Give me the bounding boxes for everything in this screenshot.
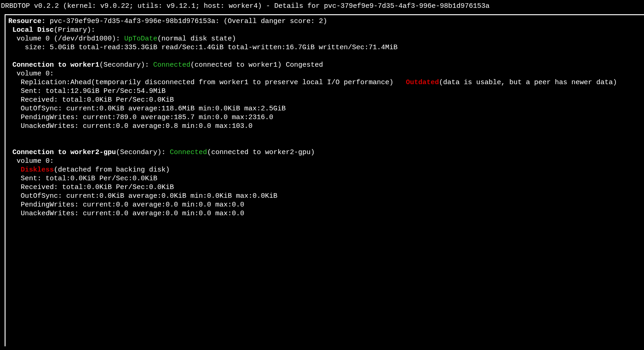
conn1-oos-text: OutOfSync: current:0.0KiB average:118.6M… xyxy=(21,105,286,113)
conn1-unacked-text: UnackedWrites: current:0.0 average:0.8 m… xyxy=(21,122,253,130)
local-stats: size: 5.0GiB total-read:335.3GiB read/Se… xyxy=(25,44,397,52)
conn1-pending-text: PendingWrites: current:789.0 average:185… xyxy=(21,114,273,121)
resource-label: Resource: xyxy=(8,17,46,25)
local-state-note: (normal disk state) xyxy=(157,35,236,43)
conn2-repl: Diskless(detached from backing disk) xyxy=(8,166,641,174)
conn2-note: (connected to worker2-gpu) xyxy=(207,149,315,156)
conn2-oos: OutOfSync: current:0.0KiB average:0.0KiB… xyxy=(8,192,641,201)
conn2-pending: PendingWrites: current:0.0 average:0.0 m… xyxy=(8,201,641,209)
content-pane[interactable]: Resource: pvc-379ef9e9-7d35-4af3-996e-98… xyxy=(0,15,644,346)
local-disc-line: Local Disc(Primary): xyxy=(8,26,641,34)
conn2-vol: volume 0: xyxy=(8,157,641,166)
conn2-pending-text: PendingWrites: current:0.0 average:0.0 m… xyxy=(21,201,244,209)
conn1-role: (Secondary): xyxy=(99,61,149,69)
local-vol-line: volume 0 (/dev/drbd1000): UpToDate(norma… xyxy=(8,34,641,43)
conn2-sent-text: Sent: total:0.0KiB Per/Sec:0.0KiB xyxy=(21,175,157,183)
blank-2 xyxy=(8,131,641,139)
resource-name: pvc-379ef9e9-7d35-4af3-996e-98b1d976153a… xyxy=(50,17,219,25)
terminal-screen: DRBDTOP v0.2.2 (kernel: v9.0.22; utils: … xyxy=(0,0,644,346)
conn1-repl: Replication:Ahead(temporarily disconnect… xyxy=(8,78,641,87)
conn1-unacked: UnackedWrites: current:0.0 average:0.8 m… xyxy=(8,122,641,131)
conn2-unacked: UnackedWrites: current:0.0 average:0.0 m… xyxy=(8,209,641,218)
conn1-repl-state: Outdated xyxy=(406,79,439,86)
local-stats-line: size: 5.0GiB total-read:335.3GiB read/Se… xyxy=(8,43,641,52)
conn1-sent: Sent: total:12.9GiB Per/Sec:54.9MiB xyxy=(8,87,641,96)
blank-1 xyxy=(8,52,641,61)
body-region: Resource: pvc-379ef9e9-7d35-4af3-996e-98… xyxy=(0,14,644,346)
local-vol-label: volume 0 (/dev/drbd1000): xyxy=(17,35,120,43)
conn1-vol: volume 0: xyxy=(8,69,641,78)
conn1-state: Connected xyxy=(153,61,190,69)
conn1-repl-a: Replication:Ahead(temporarily disconnect… xyxy=(21,79,393,86)
conn1-oos: OutOfSync: current:0.0KiB average:118.6M… xyxy=(8,104,641,113)
danger-label: (Overall danger score: xyxy=(224,17,315,25)
conn2-repl-note: (detached from backing disk) xyxy=(54,166,170,174)
app-name: DRBDTOP xyxy=(1,2,30,10)
local-state: UpToDate xyxy=(124,35,157,43)
conn1-congested: Congested xyxy=(286,61,323,69)
conn2-recv-text: Received: total:0.0KiB Per/Sec:0.0KiB xyxy=(21,184,174,191)
conn2-state: Connected xyxy=(170,149,207,156)
conn2-recv: Received: total:0.0KiB Per/Sec:0.0KiB xyxy=(8,183,641,192)
resource-line: Resource: pvc-379ef9e9-7d35-4af3-996e-98… xyxy=(8,17,641,26)
conn1-header: Connection to worker1(Secondary): Connec… xyxy=(8,61,641,69)
utils-version: v9.12.1 xyxy=(167,2,196,10)
conn1-pending: PendingWrites: current:789.0 average:185… xyxy=(8,113,641,122)
conn1-label: Connection to worker1 xyxy=(12,61,99,69)
conn2-unacked-text: UnackedWrites: current:0.0 average:0.0 m… xyxy=(21,210,244,218)
danger-score: 2 xyxy=(319,17,323,25)
conn2-sent: Sent: total:0.0KiB Per/Sec:0.0KiB xyxy=(8,174,641,183)
app-version: v0.2.2 xyxy=(34,2,59,10)
host-name: worker4 xyxy=(229,2,258,10)
conn2-repl-state: Diskless xyxy=(21,166,54,174)
conn2-vol-label: volume 0: xyxy=(17,157,54,165)
details-resource: pvc-379ef9e9-7d35-4af3-996e-98b1d976153a xyxy=(324,2,489,10)
conn2-role: (Secondary): xyxy=(116,149,166,156)
conn1-note: (connected to worker1) xyxy=(190,61,282,69)
kernel-version: v9.0.22 xyxy=(100,2,129,10)
conn1-repl-note: (data is usable, but a peer has newer da… xyxy=(439,79,617,86)
local-disc-label: Local Disc xyxy=(12,26,54,34)
danger-close: ) xyxy=(323,17,327,25)
conn1-recv: Received: total:0.0KiB Per/Sec:0.0KiB xyxy=(8,96,641,104)
conn1-vol-label: volume 0: xyxy=(17,70,54,78)
blank-3 xyxy=(8,139,641,148)
conn2-header: Connection to worker2-gpu(Secondary): Co… xyxy=(8,148,641,157)
local-disc-role: (Primary): xyxy=(54,26,95,34)
conn1-sent-text: Sent: total:12.9GiB Per/Sec:54.9MiB xyxy=(21,87,166,95)
conn1-recv-text: Received: total:0.0KiB Per/Sec:0.0KiB xyxy=(21,96,174,104)
conn2-oos-text: OutOfSync: current:0.0KiB average:0.0KiB… xyxy=(21,192,277,200)
app-header: DRBDTOP v0.2.2 (kernel: v9.0.22; utils: … xyxy=(0,0,644,11)
conn2-label: Connection to worker2-gpu xyxy=(12,149,116,156)
